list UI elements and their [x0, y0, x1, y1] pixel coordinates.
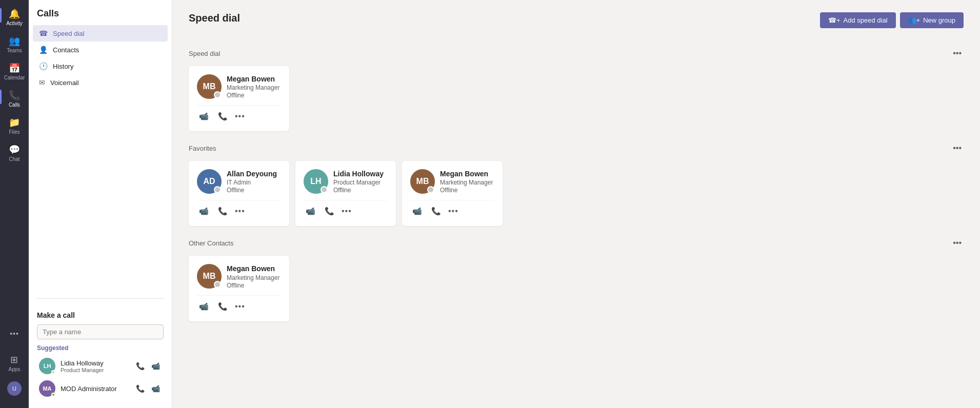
new-group-button[interactable]: 👥+ New group [900, 12, 964, 28]
nav-more-button[interactable]: ••• [7, 325, 23, 342]
lidia-fav-status: Offline [333, 187, 388, 194]
megan-other-name: Megan Bowen [227, 264, 281, 273]
megan-other-role: Marketing Manager [227, 274, 281, 281]
lidia-name: Lidia Holloway [61, 359, 129, 367]
user-avatar[interactable]: U [7, 381, 22, 396]
nav-bar: 🔔 Activity 👥 Teams 📅 Calendar 📞 Calls 📁 … [0, 0, 29, 408]
sidebar-item-contacts[interactable]: 👤 Contacts [33, 42, 168, 58]
mod-avatar: MA [39, 380, 55, 397]
megan-other-more-btn[interactable]: ••• [235, 302, 245, 311]
chat-icon: 💬 [9, 144, 20, 155]
make-call-input[interactable] [37, 324, 164, 339]
nav-item-activity[interactable]: 🔔 Activity [0, 4, 29, 30]
other-contacts-section: Other Contacts ••• MB Megan Bowen Market… [189, 236, 964, 321]
favorites-more-button[interactable]: ••• [951, 141, 964, 155]
suggested-contact-mod[interactable]: MA MOD Administrator 📞 📹 [37, 377, 164, 400]
nav-label-activity: Activity [6, 21, 23, 26]
megan-fav-role: Marketing Manager [440, 179, 494, 186]
lidia-call-button[interactable]: 📞 [134, 360, 146, 372]
allan-avatar: AD [197, 169, 222, 194]
lidia-role: Product Manager [61, 367, 129, 373]
contact-card-megan-speed: MB Megan Bowen Marketing Manager Offline… [189, 66, 289, 131]
add-speed-dial-icon: ☎+ [828, 16, 841, 24]
allan-more-btn[interactable]: ••• [235, 207, 245, 216]
make-a-call-section: Make a call Suggested LH Lidia Holloway … [29, 303, 172, 408]
speed-dial-section: Speed dial ••• MB Megan Bowen Marketing … [189, 47, 964, 131]
more-icon: ••• [10, 330, 19, 338]
nav-item-teams[interactable]: 👥 Teams [0, 31, 29, 57]
megan-fav-avatar: MB [410, 169, 435, 194]
nav-item-calls[interactable]: 📞 Calls [0, 86, 29, 112]
contact-card-megan-other: MB Megan Bowen Marketing Manager Offline… [189, 256, 289, 321]
make-call-title: Make a call [37, 311, 164, 319]
megan-other-actions: 📹 📞 ••• [197, 295, 281, 313]
main-content: Speed dial ☎+ Add speed dial 👥+ New grou… [172, 0, 980, 408]
megan-speed-call-btn[interactable]: 📞 [216, 110, 230, 123]
mod-call-button[interactable]: 📞 [134, 382, 146, 395]
allan-actions: 📹 📞 ••• [197, 200, 281, 218]
allan-video-btn[interactable]: 📹 [197, 205, 211, 218]
add-speed-dial-button[interactable]: ☎+ Add speed dial [820, 12, 896, 28]
megan-other-status: Offline [227, 282, 281, 289]
sidebar-label-voicemail: Voicemail [50, 79, 79, 87]
megan-fav-status: Offline [440, 187, 494, 194]
megan-fav-name: Megan Bowen [440, 169, 494, 178]
contact-card-megan-fav: MB Megan Bowen Marketing Manager Offline… [402, 161, 503, 226]
other-contacts-section-title: Other Contacts [189, 239, 233, 247]
lidia-status-dot [51, 370, 55, 374]
nav-item-chat[interactable]: 💬 Chat [0, 140, 29, 166]
megan-speed-actions: 📹 📞 ••• [197, 105, 281, 123]
lidia-video-button[interactable]: 📹 [149, 360, 162, 372]
mod-info: MOD Administrator [61, 385, 129, 393]
megan-speed-name: Megan Bowen [227, 74, 281, 84]
lidia-fav-name: Lidia Holloway [333, 169, 388, 178]
megan-other-video-btn[interactable]: 📹 [197, 300, 211, 313]
add-speed-dial-label: Add speed dial [844, 16, 888, 24]
megan-speed-more-btn[interactable]: ••• [235, 112, 245, 121]
favorites-cards: AD Allan Deyoung IT Admin Offline 📹 📞 ••… [189, 161, 964, 226]
megan-other-call-btn[interactable]: 📞 [216, 300, 230, 313]
activity-icon: 🔔 [9, 8, 20, 19]
calls-icon: 📞 [9, 90, 20, 101]
megan-speed-status-badge [214, 91, 221, 98]
lidia-fav-more-btn[interactable]: ••• [342, 207, 352, 216]
lidia-fav-call-btn[interactable]: 📞 [323, 205, 336, 218]
contact-card-lidia: LH Lidia Holloway Product Manager Offlin… [295, 161, 396, 226]
favorites-section-header: Favorites ••• [189, 141, 964, 155]
megan-fav-video-btn[interactable]: 📹 [410, 205, 424, 218]
nav-label-files: Files [9, 129, 19, 135]
lidia-fav-avatar: LH [304, 169, 328, 194]
nav-item-apps[interactable]: ⊞ Apps [7, 350, 23, 376]
nav-item-files[interactable]: 📁 Files [0, 113, 29, 139]
mod-status-dot [51, 393, 55, 397]
lidia-avatar: LH [39, 358, 55, 374]
sidebar-item-speed-dial[interactable]: ☎ Speed dial [33, 25, 168, 42]
other-contacts-more-button[interactable]: ••• [951, 236, 964, 250]
nav-label-calls: Calls [9, 102, 20, 108]
calendar-icon: 📅 [9, 63, 20, 74]
nav-label-teams: Teams [7, 48, 22, 53]
lidia-fav-video-btn[interactable]: 📹 [304, 205, 317, 218]
suggested-contact-lidia[interactable]: LH Lidia Holloway Product Manager 📞 📹 [37, 355, 164, 377]
megan-speed-video-btn[interactable]: 📹 [197, 110, 211, 123]
sidebar-label-speed-dial: Speed dial [53, 30, 84, 37]
mod-actions: 📞 📹 [134, 382, 162, 395]
speed-dial-more-button[interactable]: ••• [951, 47, 964, 60]
megan-speed-status: Offline [227, 92, 281, 99]
allan-call-btn[interactable]: 📞 [216, 205, 230, 218]
nav-label-chat: Chat [9, 156, 19, 162]
top-actions: ☎+ Add speed dial 👥+ New group [820, 12, 964, 28]
speed-dial-section-title: Speed dial [189, 50, 220, 57]
allan-role: IT Admin [227, 179, 281, 186]
sidebar: Calls ☎ Speed dial 👤 Contacts 🕐 History … [29, 0, 172, 408]
megan-fav-actions: 📹 📞 ••• [410, 200, 494, 218]
megan-fav-more-btn[interactable]: ••• [448, 207, 458, 216]
nav-item-calendar[interactable]: 📅 Calendar [0, 58, 29, 85]
contact-card-top: MB Megan Bowen Marketing Manager Offline [197, 74, 281, 99]
sidebar-item-voicemail[interactable]: ✉ Voicemail [33, 74, 168, 91]
files-icon: 📁 [9, 117, 20, 128]
mod-video-button[interactable]: 📹 [149, 382, 162, 395]
sidebar-item-history[interactable]: 🕐 History [33, 58, 168, 74]
allan-status-badge [214, 186, 221, 193]
megan-fav-call-btn[interactable]: 📞 [429, 205, 443, 218]
